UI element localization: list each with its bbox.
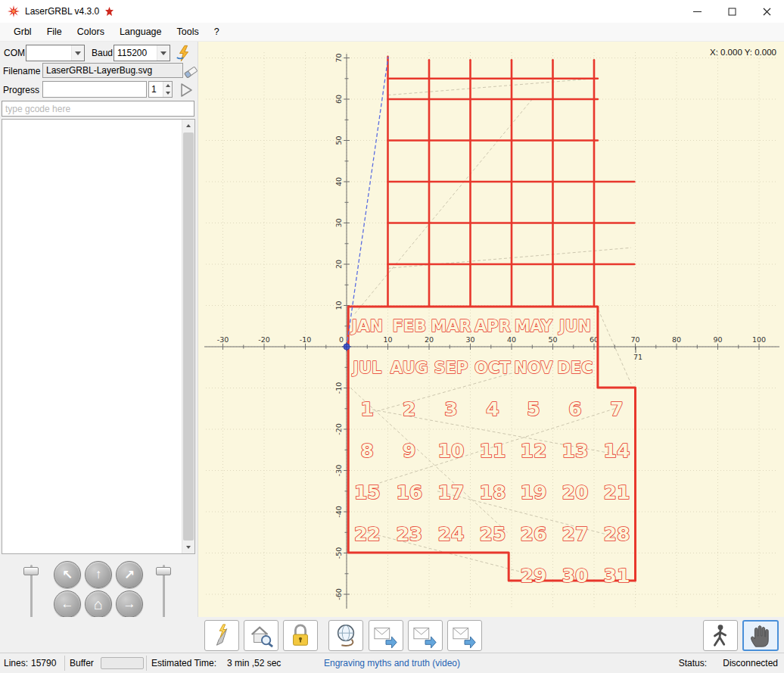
svg-text:70: 70 [334,53,343,62]
svg-text:19: 19 [521,481,547,503]
estimated-time-label: Estimated Time: [151,653,216,673]
menu-item-file[interactable]: File [39,23,70,41]
svg-text:8: 8 [361,440,374,462]
unlock-icon [286,623,315,649]
svg-text:10: 10 [438,440,465,462]
arrow-left-icon: ← [61,597,74,612]
scrollbar-thumb[interactable] [183,132,194,541]
svg-text:50: 50 [334,136,343,145]
close-button[interactable] [749,0,784,23]
svg-text:80: 80 [672,335,681,344]
svg-text:21: 21 [604,481,630,503]
walking-man-icon [706,623,735,649]
com-label: COM [4,48,25,58]
svg-text:-50: -50 [334,547,343,559]
pass-count-stepper[interactable] [148,81,173,98]
svg-text:2: 2 [403,398,415,420]
svg-text:20: 20 [334,260,343,269]
custom-button-walk[interactable] [703,620,738,651]
usb-connect-icon [175,45,193,62]
svg-text:40: 40 [507,335,516,344]
preview-canvas[interactable]: -30-20-100102030405060708090100706050403… [198,42,784,617]
jog-left-button[interactable]: ← [54,590,81,618]
engraving-tips-link[interactable]: Engraving myths and truth (video) [324,653,460,673]
svg-text:16: 16 [396,481,422,503]
titlebar: LaserGRBL v4.3.0 [0,0,784,23]
slider-thumb[interactable] [23,567,39,575]
com-select[interactable] [26,45,85,61]
gcode-command-input[interactable] [2,101,194,117]
left-panel: COM Baud 115200 Filename Progress [0,42,198,653]
svg-text:26: 26 [521,523,547,545]
filename-field[interactable] [42,63,183,78]
homing-globe-icon [331,623,360,649]
maximize-button[interactable] [714,0,749,23]
coordinate-readout: X: 0.000 Y: 0.000 [710,48,776,57]
connect-button[interactable] [173,44,194,63]
play-icon [179,83,194,98]
jog-up-right-button[interactable]: ↗ [116,561,143,588]
preview-area: -30-20-100102030405060708090100706050403… [198,42,784,617]
menu-item-help[interactable]: ? [207,23,227,41]
svg-text:30: 30 [334,218,343,227]
jog-up-left-button[interactable]: ↖ [54,561,81,588]
eraser-icon [184,64,198,78]
jog-home-button[interactable]: ⌂ [85,590,112,618]
svg-text:AUG: AUG [390,359,428,377]
mail-send-icon [372,623,400,649]
bottom-toolbar [0,617,784,653]
send-gcode-button-1[interactable] [369,620,403,651]
menu-item-grbl[interactable]: Grbl [6,23,39,41]
stepper-up-icon[interactable] [163,82,172,89]
menu-item-language[interactable]: Language [112,23,170,41]
svg-text:APR: APR [474,317,511,335]
svg-text:20: 20 [425,335,434,344]
home-icon: ⌂ [94,596,103,613]
baud-select[interactable]: 115200 [114,45,170,61]
svg-text:SEP: SEP [434,359,468,377]
svg-text:4: 4 [486,398,499,420]
stepper-down-icon[interactable] [163,89,172,97]
menu-item-colors[interactable]: Colors [70,23,112,41]
homing-button[interactable] [328,620,363,651]
svg-text:29: 29 [521,565,547,587]
pass-count-value[interactable] [149,82,163,97]
laser-focus-button[interactable] [204,620,239,651]
gcode-log[interactable] [2,119,195,554]
lines-value: 15790 [31,653,56,673]
svg-text:40: 40 [334,177,343,186]
progress-field[interactable] [42,81,147,98]
statusbar-divider [64,656,65,671]
log-scrollbar[interactable] [182,120,194,553]
statusbar-divider [146,656,147,671]
unlock-button[interactable] [283,620,318,651]
custom-button-stop[interactable] [742,620,779,651]
baud-label: Baud [92,48,113,58]
svg-text:18: 18 [480,481,506,503]
window-controls [680,0,784,23]
send-gcode-button-2[interactable] [408,620,443,651]
svg-text:11: 11 [480,440,506,462]
zoom-to-fit-button[interactable] [244,620,278,651]
scroll-up-icon[interactable] [182,120,194,132]
minimize-button[interactable] [680,0,714,23]
jog-right-button[interactable]: → [116,590,143,618]
mail-send-icon [411,623,440,649]
menu-item-tools[interactable]: Tools [170,23,207,41]
svg-text:-30: -30 [334,465,343,477]
svg-text:28: 28 [604,523,630,545]
svg-text:-60: -60 [334,588,343,600]
arrow-up-icon: ↑ [95,567,102,582]
svg-text:17: 17 [438,481,465,503]
jog-up-button[interactable]: ↑ [85,561,112,588]
clear-file-button[interactable] [183,64,198,78]
svg-text:15: 15 [354,481,381,503]
update-badge-icon[interactable] [105,7,114,17]
svg-text:30: 30 [562,565,589,587]
svg-text:10: 10 [334,301,343,310]
run-program-button[interactable] [177,81,195,99]
scroll-down-icon[interactable] [182,541,194,553]
send-gcode-button-3[interactable] [447,620,482,651]
slider-thumb[interactable] [156,567,171,575]
svg-text:5: 5 [527,398,540,420]
